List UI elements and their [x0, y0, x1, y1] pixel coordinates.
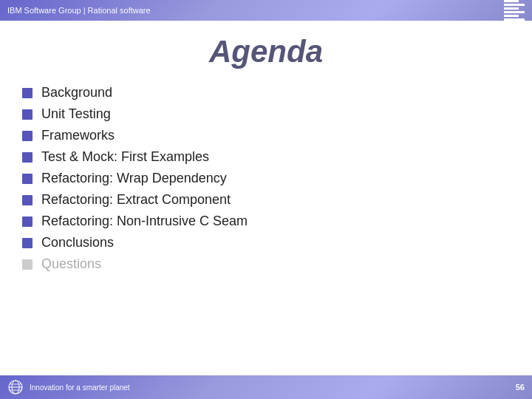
- ibm-logo: [504, 0, 525, 24]
- agenda-bullet: [22, 216, 33, 227]
- agenda-bullet: [22, 109, 33, 120]
- agenda-item: Test & Mock: First Examples: [22, 147, 510, 167]
- agenda-item-label: Test & Mock: First Examples: [41, 149, 209, 165]
- main-content: Agenda BackgroundUnit TestingFrameworksT…: [0, 21, 532, 383]
- agenda-item-label: Refactoring: Wrap Dependency: [41, 171, 227, 186]
- agenda-item-label: Frameworks: [41, 128, 115, 143]
- agenda-item: Refactoring: Extract Component: [22, 190, 510, 210]
- header-title: IBM Software Group | Rational software: [7, 6, 151, 15]
- ibm-logo-bars: [504, 0, 525, 24]
- agenda-item: Frameworks: [22, 126, 510, 146]
- agenda-bullet: [22, 88, 33, 98]
- agenda-item-label: Background: [41, 85, 112, 100]
- agenda-item: Refactoring: Wrap Dependency: [22, 168, 510, 188]
- agenda-item-label: Refactoring: Extract Component: [41, 192, 231, 208]
- agenda-bullet: [22, 174, 33, 184]
- agenda-item: Refactoring: Non-Intrusive C Seam: [22, 211, 510, 231]
- agenda-item-label: Refactoring: Non-Intrusive C Seam: [41, 214, 248, 229]
- agenda-list: BackgroundUnit TestingFrameworksTest & M…: [22, 83, 510, 274]
- agenda-item: Conclusions: [22, 233, 510, 253]
- agenda-item-label: Conclusions: [41, 235, 114, 250]
- header-bar: IBM Software Group | Rational software: [0, 0, 532, 21]
- agenda-bullet: [22, 131, 33, 141]
- agenda-bullet: [22, 152, 33, 163]
- agenda-item: Unit Testing: [22, 104, 510, 124]
- footer-tagline: Innovation for a smarter planet: [30, 383, 130, 392]
- globe-icon: [7, 379, 24, 395]
- agenda-item: Questions: [22, 254, 510, 274]
- agenda-bullet: [22, 195, 33, 205]
- agenda-bullet: [22, 259, 33, 270]
- page-title: Agenda: [22, 34, 510, 69]
- footer-left: Innovation for a smarter planet: [7, 379, 130, 395]
- agenda-item-label: Questions: [41, 256, 101, 272]
- footer-page-number: 56: [516, 383, 525, 392]
- footer: Innovation for a smarter planet 56: [0, 375, 532, 399]
- agenda-bullet: [22, 238, 33, 248]
- agenda-item: Background: [22, 83, 510, 103]
- agenda-item-label: Unit Testing: [41, 106, 111, 122]
